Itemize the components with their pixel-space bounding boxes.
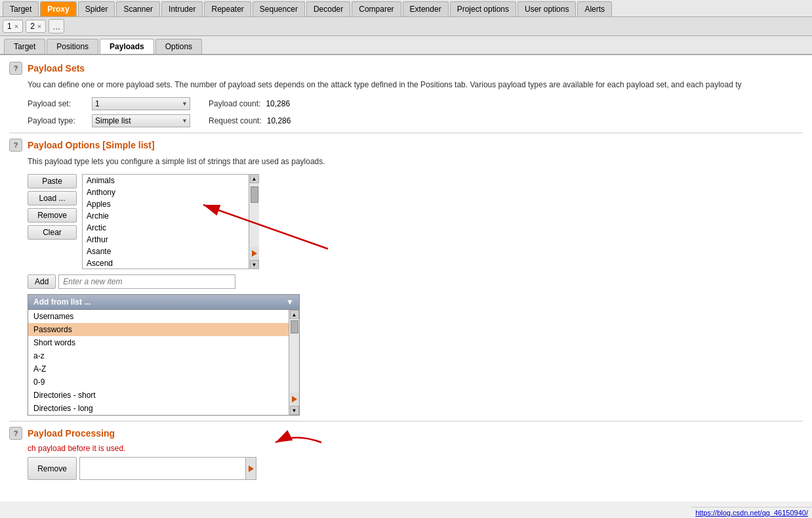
- divider-1: [9, 133, 803, 133]
- nav-tab-comparer[interactable]: Comparer: [352, 1, 401, 16]
- nav-tab-proxy[interactable]: Proxy: [40, 1, 76, 16]
- payload-processing-section: ? Payload Processing ch payload before i…: [9, 427, 803, 480]
- right-arrow-icon: [252, 250, 257, 257]
- scroll-thumb[interactable]: [251, 186, 258, 203]
- list-scrollbar[interactable]: ▲ ▼: [249, 174, 259, 269]
- nav-tab-repeater[interactable]: Repeater: [204, 1, 251, 16]
- add-from-list-dropdown: Usernames Passwords Short words a-z A-Z …: [28, 310, 300, 416]
- payload-type-select-wrapper: Simple list Runtime file Custom iterator…: [92, 114, 190, 127]
- dropdown-scroll-down[interactable]: ▼: [290, 406, 299, 415]
- tab-2-label: 2: [30, 22, 35, 31]
- dropdown-item-usernames[interactable]: Usernames: [28, 310, 299, 323]
- payload-set-select-wrapper: 1 2 3: [92, 97, 190, 110]
- status-bar[interactable]: https://blog.csdn.net/qq_46150940/: [691, 507, 812, 518]
- dropdown-scroll-track: [290, 319, 299, 393]
- nav-tab-project-options[interactable]: Project options: [450, 1, 516, 16]
- scroll-middle-arrow: [250, 247, 259, 260]
- payload-count-value: 10,286: [266, 99, 290, 108]
- payload-type-select[interactable]: Simple list Runtime file Custom iterator…: [92, 114, 190, 127]
- main-content: ? Payload Sets You can define one or mor…: [0, 55, 812, 502]
- nav-tab-user-options[interactable]: User options: [518, 1, 576, 16]
- nav-tab-intruder[interactable]: Intruder: [161, 1, 203, 16]
- payload-type-row: Payload type: Simple list Runtime file C…: [28, 114, 803, 127]
- paste-button[interactable]: Paste: [28, 174, 77, 188]
- tab-1-close[interactable]: ×: [14, 22, 18, 30]
- add-item-row: Add: [28, 274, 803, 289]
- add-item-input[interactable]: [58, 274, 235, 289]
- remove-button[interactable]: Remove: [28, 208, 77, 223]
- sub-tab-payloads[interactable]: Payloads: [100, 39, 154, 54]
- payload-options-title: Payload Options [Simple list]: [28, 140, 155, 150]
- more-tabs-button[interactable]: ...: [49, 19, 64, 33]
- nav-tab-decoder[interactable]: Decoder: [306, 1, 350, 16]
- tab-number-2[interactable]: 2 ×: [26, 20, 46, 33]
- payload-options-help-button[interactable]: ?: [9, 139, 22, 152]
- nav-tab-scanner[interactable]: Scanner: [116, 1, 160, 16]
- payload-set-select[interactable]: 1 2 3: [92, 97, 190, 110]
- scroll-up-button[interactable]: ▲: [250, 174, 259, 183]
- payload-list-box[interactable]: Animals Anthony Apples Archie Arctic Art…: [82, 174, 259, 269]
- list-item[interactable]: Arctic: [83, 222, 258, 234]
- sub-tab-options[interactable]: Options: [155, 39, 202, 54]
- payload-processing-title: Payload Processing: [28, 428, 115, 439]
- add-from-list-wrapper: Add from list ... ▼ Usernames Passwords …: [28, 294, 300, 416]
- clear-button[interactable]: Clear: [28, 225, 77, 240]
- payload-processing-description: ch payload before it is used.: [28, 444, 803, 453]
- payload-set-label: Payload set:: [28, 99, 87, 108]
- processing-scrollbar[interactable]: [245, 458, 256, 479]
- scroll-track: [250, 183, 259, 247]
- payload-options-header: ? Payload Options [Simple list]: [9, 139, 803, 152]
- tab-number-1[interactable]: 1 ×: [3, 20, 23, 33]
- list-item[interactable]: Animals: [83, 175, 258, 186]
- dropdown-item-a-z[interactable]: a-z: [28, 349, 299, 362]
- tab-1-label: 1: [7, 22, 12, 31]
- list-item[interactable]: Apples: [83, 198, 258, 210]
- payload-count-label: Payload count:: [209, 99, 260, 108]
- dropdown-list: Usernames Passwords Short words a-z A-Z …: [28, 310, 300, 416]
- add-from-list-label: Add from list ...: [33, 297, 91, 307]
- dropdown-scrollbar[interactable]: ▲ ▼: [289, 310, 299, 415]
- list-item[interactable]: Arthur: [83, 234, 258, 246]
- top-nav: Target Proxy Spider Scanner Intruder Rep…: [0, 0, 812, 17]
- dropdown-scroll-thumb[interactable]: [291, 320, 298, 334]
- remove-processing-button[interactable]: Remove: [28, 457, 77, 480]
- nav-tab-alerts[interactable]: Alerts: [577, 1, 612, 16]
- list-item[interactable]: Asante: [83, 246, 258, 257]
- payload-sets-description: You can define one or more payload sets.…: [28, 79, 803, 91]
- dropdown-item-directories-long[interactable]: Directories - long: [28, 402, 299, 415]
- dropdown-item-directories-short[interactable]: Directories - short: [28, 389, 299, 402]
- dropdown-middle-area: [290, 393, 299, 406]
- payload-sets-header: ? Payload Sets: [9, 62, 803, 75]
- add-from-list-header[interactable]: Add from list ... ▼: [28, 294, 300, 310]
- add-from-list-arrow-icon: ▼: [286, 297, 294, 307]
- payload-processing-help-button[interactable]: ?: [9, 427, 22, 440]
- tab-2-close[interactable]: ×: [37, 22, 41, 30]
- payload-options-description: This payload type lets you configure a s…: [28, 156, 803, 167]
- dropdown-item-A-Z[interactable]: A-Z: [28, 362, 299, 376]
- dropdown-item-passwords[interactable]: Passwords: [28, 323, 299, 336]
- nav-tab-sequencer[interactable]: Sequencer: [253, 1, 305, 16]
- sub-tabs-bar: Target Positions Payloads Options: [0, 36, 812, 55]
- list-box-inner: Animals Anthony Apples Archie Arctic Art…: [83, 175, 258, 269]
- add-button[interactable]: Add: [28, 274, 56, 289]
- processing-area: [79, 457, 256, 480]
- sub-tab-positions[interactable]: Positions: [47, 39, 98, 54]
- nav-tab-extender[interactable]: Extender: [403, 1, 449, 16]
- dropdown-item-0-9[interactable]: 0-9: [28, 376, 299, 389]
- payload-options-area: Paste Load ... Remove Clear Animals Anth…: [28, 174, 803, 416]
- list-item[interactable]: Anthony: [83, 186, 258, 198]
- nav-tab-spider[interactable]: Spider: [78, 1, 115, 16]
- list-area: Paste Load ... Remove Clear Animals Anth…: [28, 174, 803, 269]
- list-item[interactable]: Archie: [83, 210, 258, 222]
- load-button[interactable]: Load ...: [28, 191, 77, 205]
- list-item[interactable]: Ascend: [83, 257, 258, 269]
- sub-tab-target[interactable]: Target: [4, 39, 45, 54]
- nav-tab-target[interactable]: Target: [3, 1, 39, 16]
- remove-processing-row: Remove: [28, 457, 803, 480]
- request-count-value: 10,286: [267, 116, 291, 125]
- payload-list-container: Animals Anthony Apples Archie Arctic Art…: [82, 174, 259, 269]
- payload-sets-help-button[interactable]: ?: [9, 62, 22, 75]
- dropdown-scroll-up[interactable]: ▲: [290, 310, 299, 319]
- dropdown-item-short-words[interactable]: Short words: [28, 336, 299, 349]
- scroll-down-button[interactable]: ▼: [250, 260, 259, 269]
